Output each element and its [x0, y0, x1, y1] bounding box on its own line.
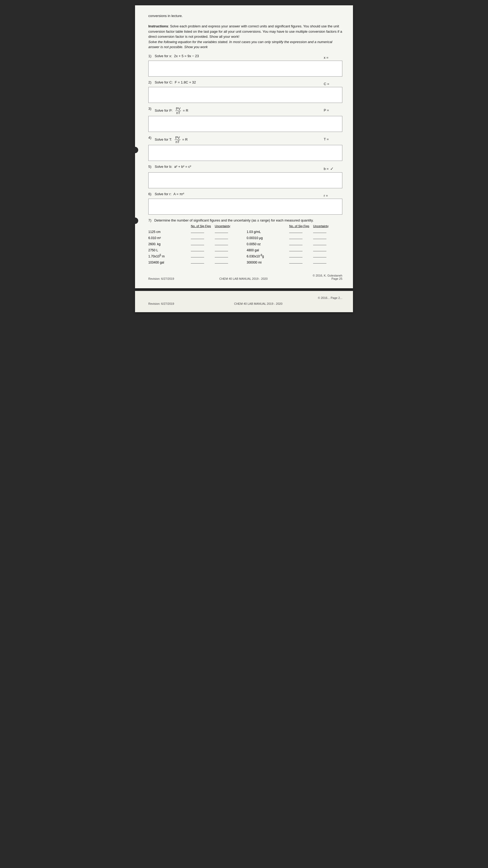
page-1: conversions in lecture. Instructions: So…	[135, 5, 353, 288]
section-7-number: 7)	[148, 218, 152, 222]
section-7-title: 7) Determine the number of significant f…	[148, 218, 343, 222]
header-top: conversions in lecture.	[148, 14, 183, 18]
right-blank-sig-1	[289, 235, 313, 240]
problem-6-equation: A = πr²	[173, 192, 184, 196]
right-blank-unc-0	[313, 229, 337, 234]
right-blank-unc-3	[313, 248, 337, 252]
problem-6-answer-box	[148, 199, 343, 215]
problem-1: 1) Solve for x: 2x + 5 = 9x − 23 x =	[148, 54, 343, 76]
left-blank-unc-5	[215, 260, 239, 264]
problem-3-answer-label: P =	[324, 108, 329, 112]
problem-5-number: 5)	[148, 165, 154, 168]
footer-right: © 2016, K. Golestaneh Page 25	[313, 274, 343, 280]
left-blank-unc-0	[215, 229, 239, 234]
right-item-3: 4800 gal	[247, 248, 289, 252]
right-item-5: 300000 mi	[247, 260, 289, 264]
left-sig-figs-column: 1125 cm 6.010 m² 2600. kg 2750 L	[148, 229, 244, 266]
right-col-header-unc: Uncertainty	[313, 224, 337, 228]
problem-5-equation: a² + b² = c²	[174, 165, 191, 168]
problem-1-equation: 2x + 5 = 9x − 23	[174, 54, 199, 58]
footer-page: Page 25	[313, 277, 343, 280]
problem-2-label: 2) Solve for C: F = 1.8C + 32 C =	[148, 80, 343, 86]
right-blank-unc-2	[313, 242, 337, 246]
right-blank-sig-5	[289, 260, 313, 264]
problem-5: 5) Solve for b: a² + b² = c² b = ✓	[148, 165, 343, 188]
problem-1-label: 1) Solve for x: 2x + 5 = 9x − 23 x =	[148, 54, 343, 60]
problem-1-answer-box	[148, 61, 343, 76]
right-item-1: 0.00310 μg	[247, 236, 289, 240]
hole-punch-top	[132, 147, 138, 153]
right-blank-sig-2	[289, 242, 313, 246]
left-blank-sig-3	[191, 248, 215, 252]
page2-copyright: © 2016...	[318, 296, 330, 300]
problem-4: 4) Solve for T: PV nT = R T =	[148, 135, 343, 161]
problem-4-label: 4) Solve for T: PV nT = R T =	[148, 135, 343, 144]
page2-center: CHEM 40 LAB MANUAL 2019 - 2020	[174, 302, 343, 305]
problem-3-label: 3) Solve for P: PV nT = R P =	[148, 106, 343, 115]
problem-3-label-text: Solve for P:	[155, 108, 172, 112]
problem-4-equation: PV nT = R	[174, 137, 188, 141]
left-blank-sig-4	[191, 254, 215, 258]
left-blank-sig-5	[191, 260, 215, 264]
problem-4-answer-label: T =	[324, 137, 329, 141]
left-blank-sig-1	[191, 235, 215, 240]
right-blank-unc-5	[313, 260, 337, 264]
problem-6-label-text: Solve for r:	[155, 192, 171, 196]
left-blank-unc-1	[215, 235, 239, 240]
problem-3-number: 3)	[148, 106, 154, 111]
problem-5-label: 5) Solve for b: a² + b² = c² b = ✓	[148, 165, 343, 171]
left-blank-unc-4	[215, 254, 239, 258]
problem-4-answer-box	[148, 145, 343, 161]
problem-3-answer-box	[148, 116, 343, 132]
left-blank-sig-2	[191, 242, 215, 246]
page-2: © 2016... Page 2... Revision: 6/27/2019 …	[135, 291, 353, 312]
left-blank-sig-0	[191, 229, 215, 234]
problem-6-label: 6) Solve for r: A = πr² r =	[148, 192, 343, 197]
footer-center: CHEM 40 LAB MANUAL 2019 - 2020	[174, 277, 313, 280]
problem-6-number: 6)	[148, 192, 154, 196]
right-blank-sig-0	[289, 229, 313, 234]
left-item-4: 1.70x105 m	[148, 254, 191, 258]
problem-2-equation: F = 1.8C + 32	[175, 80, 196, 84]
hole-punch-bottom	[132, 218, 138, 224]
left-blank-unc-3	[215, 248, 239, 252]
problem-3: 3) Solve for P: PV nT = R P =	[148, 106, 343, 132]
footer-copyright: © 2016, K. Golestaneh	[313, 274, 343, 277]
problem-2-answer-label: C =	[324, 82, 329, 86]
left-col-header-unc: Uncertainty	[215, 224, 239, 228]
left-blank-unc-2	[215, 242, 239, 246]
right-sig-figs-column: 1.03 g/mL 0.00310 μg 0.0050 oz 4800 gal	[247, 229, 343, 266]
page-footer: Revision: 6/27/2019 CHEM 40 LAB MANUAL 2…	[148, 274, 343, 280]
section-7: 7) Determine the number of significant f…	[148, 218, 343, 266]
problem-3-equation: PV nT = R	[175, 108, 189, 112]
right-blank-sig-3	[289, 248, 313, 252]
right-blank-sig-4	[289, 254, 313, 258]
problem-6-answer-label: r =	[324, 194, 328, 197]
problem-2-answer-box	[148, 87, 343, 103]
right-col-header-sig: No. of Sig Figs	[289, 224, 313, 228]
header-text: conversions in lecture. Instructions: So…	[148, 13, 343, 50]
problem-6: 6) Solve for r: A = πr² r =	[148, 192, 343, 215]
page2-footer: Revision: 6/27/2019 CHEM 40 LAB MANUAL 2…	[148, 302, 343, 305]
instructions-italic: Solve the following equation for the var…	[148, 40, 332, 49]
instructions-text: : Solve each problem and express your an…	[148, 24, 342, 38]
right-item-4: 6.030x10-9g	[247, 254, 289, 258]
footer-revision: Revision: 6/27/2019	[148, 277, 174, 280]
problem-4-label-text: Solve for T:	[155, 137, 172, 141]
left-item-1: 6.010 m²	[148, 236, 191, 240]
problem-5-answer-label: b =	[324, 167, 328, 171]
left-item-0: 1125 cm	[148, 230, 191, 234]
problem-2: 2) Solve for C: F = 1.8C + 32 C =	[148, 80, 343, 103]
checkmark-icon: ✓	[330, 166, 333, 171]
instructions-bold: Instructions	[148, 24, 168, 28]
problem-1-answer-label: x =	[324, 56, 328, 60]
problem-2-label-text: Solve for C:	[155, 80, 173, 84]
problem-1-label-text: Solve for x:	[155, 54, 172, 58]
left-item-2: 2600. kg	[148, 242, 191, 246]
left-item-3: 2750 L	[148, 248, 191, 252]
section-7-text: Determine the number of significant figu…	[154, 218, 313, 222]
right-blank-unc-4	[313, 254, 337, 258]
problem-2-number: 2)	[148, 80, 154, 84]
right-item-0: 1.03 g/mL	[247, 230, 289, 234]
page2-page: Page 2...	[331, 296, 343, 300]
